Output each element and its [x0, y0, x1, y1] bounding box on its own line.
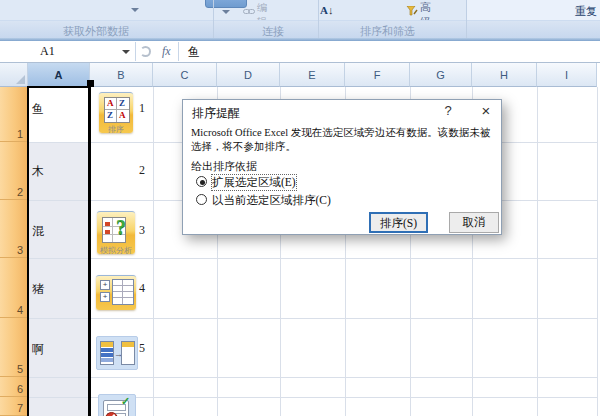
selection-border-left — [27, 87, 29, 416]
column-header-c[interactable]: C — [153, 63, 217, 87]
row-header-7[interactable]: 7 — [0, 397, 28, 416]
group-separator — [318, 0, 319, 38]
sort-button[interactable]: 排序(S) — [369, 212, 428, 233]
cell-b1-value[interactable]: 1 — [139, 101, 145, 116]
cell-b3-value[interactable]: 3 — [139, 223, 145, 238]
column-header-b[interactable]: B — [90, 63, 153, 87]
radio-selected-icon[interactable] — [196, 176, 207, 187]
ribbon-group-label-bar: 获取外部数据 连接 排序和筛选 — [0, 20, 600, 39]
column-header-i[interactable]: I — [537, 63, 597, 87]
cell-b2-value[interactable]: 2 — [139, 163, 145, 178]
dialog-body-text: Microsoft Office Excel 发现在选定区域旁边还有数据。该数据… — [191, 126, 495, 153]
column-header-g[interactable]: G — [410, 63, 472, 87]
group-label-connections: 连接 — [262, 24, 284, 39]
row-header-1[interactable]: 1 — [0, 87, 28, 142]
remove-duplicates-label: 重复 — [575, 5, 597, 17]
column-header-f[interactable]: F — [345, 63, 410, 87]
cell-b5-value[interactable]: 5 — [139, 341, 145, 356]
sort-az-image-icon[interactable]: A Z Z A 排序 — [99, 92, 133, 133]
sort-basis-label: 给出排序依据 — [191, 159, 257, 174]
funnel-pencil-icon — [406, 2, 418, 20]
close-icon[interactable]: × — [475, 102, 497, 120]
group-separator — [466, 0, 467, 38]
refresh-all-button[interactable] — [205, 0, 247, 8]
radio-current-label[interactable]: 以当前选定区域排序(C) — [212, 193, 331, 208]
remove-duplicates-image-icon[interactable]: → — [96, 336, 138, 370]
cell-a3[interactable]: 混 — [32, 223, 44, 240]
help-icon[interactable]: ? — [437, 102, 459, 120]
dialog-title: 排序提醒 — [192, 105, 240, 122]
dropdown-arrow-icon[interactable] — [131, 8, 139, 12]
refresh-dropdown-arrow-icon[interactable] — [222, 10, 230, 14]
formula-bar: A1 fx 鱼 — [0, 41, 600, 63]
group-separator — [213, 0, 214, 38]
column-header-h[interactable]: H — [472, 63, 537, 87]
select-all-triangle-icon — [16, 75, 25, 84]
chain-link-icon — [243, 2, 255, 11]
column-a-selection-fill — [29, 142, 88, 416]
cell-a2[interactable]: 木 — [32, 163, 44, 180]
cancel-button[interactable]: 取消 — [449, 212, 499, 233]
selection-border-right — [88, 87, 91, 416]
cell-a5[interactable]: 啊 — [32, 341, 44, 358]
selection-border-top — [27, 86, 91, 88]
selection-handle[interactable] — [87, 80, 94, 87]
row-header-4[interactable]: 4 — [0, 258, 28, 318]
cell-a4[interactable]: 猪 — [32, 281, 44, 298]
row-header-5[interactable]: 5 — [0, 318, 28, 377]
cell-b4-value[interactable]: 4 — [139, 281, 145, 296]
row-header-3[interactable]: 3 — [0, 200, 28, 258]
formula-input[interactable]: 鱼 — [188, 44, 200, 61]
column-header-a[interactable]: A — [28, 63, 90, 87]
row-header-6[interactable]: 6 — [0, 377, 28, 397]
excel-window: 编辑链接 A↓ 高级 重复 获取外部数据 连接 排序和筛选 A1 — [0, 0, 600, 416]
name-box-dropdown-icon[interactable] — [122, 50, 130, 54]
ribbon: 编辑链接 A↓ 高级 重复 获取外部数据 连接 排序和筛选 — [0, 0, 600, 40]
radio-unselected-icon[interactable] — [196, 194, 207, 205]
data-validation-image-icon[interactable]: ✓ — [98, 394, 136, 416]
formula-bar-icon — [140, 46, 151, 57]
what-if-analysis-image-icon[interactable]: ? 模拟分析 — [97, 211, 135, 254]
column-header-d[interactable]: D — [217, 63, 280, 87]
remove-duplicates-button[interactable]: 重复 — [575, 1, 597, 19]
select-all-corner[interactable] — [0, 63, 28, 87]
sort-warning-dialog: 排序提醒 ? × Microsoft Office Excel 发现在选定区域旁… — [182, 99, 502, 235]
cell-a1[interactable]: 鱼 — [32, 101, 44, 118]
name-box[interactable]: A1 — [40, 44, 55, 59]
group-label-sort-filter: 排序和筛选 — [360, 24, 415, 39]
row-header-2[interactable]: 2 — [0, 142, 28, 200]
check-icon: ✓ — [121, 395, 130, 408]
column-header-e[interactable]: E — [280, 63, 345, 87]
insert-function-icon[interactable]: fx — [162, 44, 171, 59]
subtotal-image-icon[interactable]: + + — [96, 275, 136, 310]
radio-expand-label[interactable]: 扩展选定区域(E) — [212, 175, 296, 190]
sort-az-ribbon-icon[interactable]: A↓ — [320, 0, 333, 18]
group-label-get-external-data: 获取外部数据 — [63, 24, 129, 39]
